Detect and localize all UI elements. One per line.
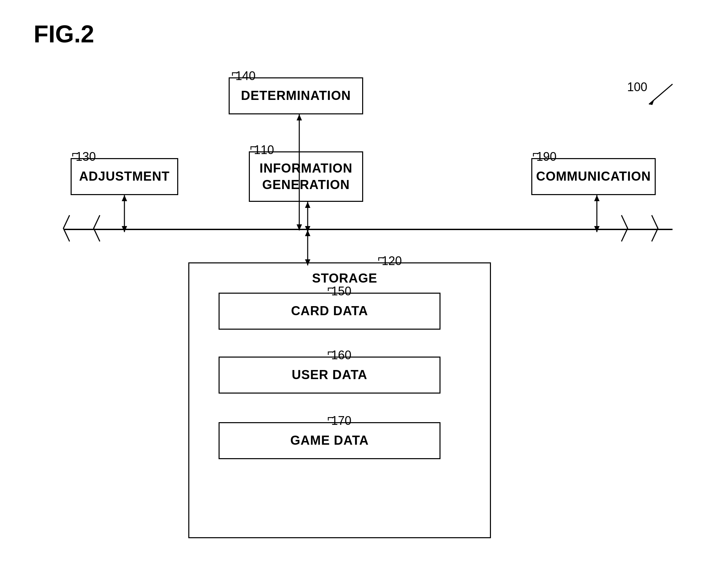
svg-marker-1	[649, 100, 654, 105]
communication-arrow	[592, 195, 602, 232]
svg-line-0	[649, 84, 672, 104]
figure-label: FIG.2	[34, 20, 94, 48]
svg-marker-4	[297, 224, 302, 230]
adjustment-arrow	[120, 195, 129, 232]
information-generation-box: INFORMATION GENERATION	[249, 151, 363, 202]
right-squiggle: 〉〉	[617, 209, 678, 250]
svg-marker-12	[305, 230, 311, 236]
info-gen-bus-arrow	[303, 202, 313, 232]
svg-marker-3	[297, 114, 302, 121]
svg-marker-7	[122, 226, 127, 232]
game-data-box: GAME DATA	[218, 422, 441, 459]
svg-marker-16	[594, 226, 600, 232]
bus-storage-arrow	[303, 230, 313, 266]
svg-marker-6	[122, 195, 127, 201]
svg-marker-9	[305, 202, 311, 208]
svg-marker-15	[594, 195, 600, 201]
card-data-box: CARD DATA	[218, 293, 441, 330]
user-data-box: USER DATA	[218, 357, 441, 394]
svg-marker-13	[305, 259, 311, 266]
left-squiggle: 〈〈	[44, 209, 104, 250]
bus-line	[64, 229, 672, 230]
